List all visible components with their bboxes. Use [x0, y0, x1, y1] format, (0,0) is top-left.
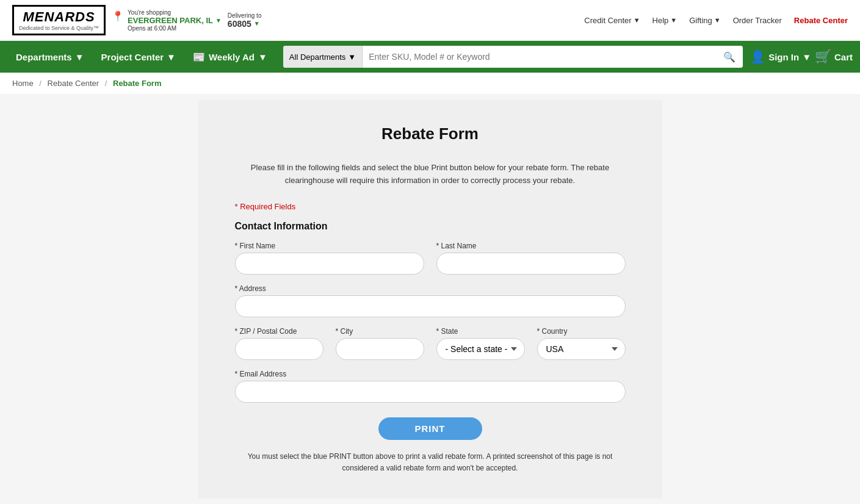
email-label: * Email Address [235, 370, 626, 378]
zip-label: * ZIP / Postal Code [235, 327, 323, 336]
email-row: * Email Address [235, 370, 626, 403]
first-name-field: * First Name [235, 242, 424, 275]
email-input[interactable] [235, 381, 626, 403]
top-bar-left: MENARDS Dedicated to Service & Quality™ … [12, 5, 261, 35]
print-button[interactable]: PRINT [378, 417, 482, 440]
last-name-input[interactable] [436, 253, 626, 275]
logo-name: MENARDS [23, 9, 95, 25]
location-pin-icon: 📍 [112, 10, 124, 22]
state-select[interactable]: - Select a state -AlabamaAlaskaArizonaAr… [436, 338, 525, 360]
store-hours: Opens at 6:00 AM [128, 25, 222, 32]
breadcrumb: Home / Rebate Center / Rebate Form [0, 73, 860, 94]
first-name-input[interactable] [235, 253, 424, 275]
rebate-center-link[interactable]: Rebate Center [794, 16, 848, 25]
location-row: * ZIP / Postal Code * City * State - Sel… [235, 327, 626, 360]
cart-label: Cart [834, 52, 853, 62]
delivery-details: Delivering to 60805 ▼ [228, 12, 262, 29]
project-center-chevron-icon: ▼ [167, 52, 176, 62]
store-chevron-icon: ▼ [215, 17, 222, 24]
store-info[interactable]: 📍 You're shopping EVERGREEN PARK, IL ▼ O… [112, 9, 222, 32]
last-name-field: * Last Name [436, 242, 626, 275]
main-content: Rebate Form Please fill in the following… [0, 94, 860, 504]
last-name-label: * Last Name [436, 242, 626, 250]
address-input[interactable] [235, 295, 626, 317]
weekly-ad-nav-item[interactable]: 📰 Weekly Ad ▼ [184, 41, 276, 73]
city-label: * City [336, 327, 424, 336]
country-field: * Country USA [537, 327, 626, 360]
address-row: * Address [235, 284, 626, 317]
state-field: * State - Select a state -AlabamaAlaskaA… [436, 327, 525, 360]
order-tracker-link[interactable]: Order Tracker [733, 16, 782, 25]
cart-button[interactable]: 🛒 Cart [815, 49, 853, 65]
main-nav-bar: Departments ▼ Project Center ▼ 📰 Weekly … [0, 41, 860, 73]
country-select[interactable]: USA [537, 338, 626, 360]
project-center-label: Project Center [101, 52, 164, 62]
city-field: * City [336, 327, 424, 360]
breadcrumb-sep-2: / [105, 79, 107, 88]
search-input[interactable] [363, 46, 716, 68]
delivery-chevron-icon: ▼ [254, 20, 260, 27]
logo-tagline: Dedicated to Service & Quality™ [19, 25, 99, 31]
top-utility-bar: MENARDS Dedicated to Service & Quality™ … [0, 0, 860, 41]
gifting-link[interactable]: Gifting ▼ [689, 16, 720, 25]
form-description: Please fill in the following fields and … [235, 162, 626, 187]
zip-input[interactable] [235, 338, 323, 360]
city-input[interactable] [336, 338, 424, 360]
credit-center-link[interactable]: Credit Center ▼ [584, 16, 640, 25]
contact-section-title: Contact Information [235, 221, 626, 232]
gifting-chevron-icon: ▼ [714, 16, 721, 24]
cart-icon: 🛒 [815, 49, 831, 65]
help-link[interactable]: Help ▼ [652, 16, 678, 25]
departments-label: Departments [16, 52, 72, 62]
logo[interactable]: MENARDS Dedicated to Service & Quality™ [12, 5, 106, 35]
breadcrumb-rebate-center-link[interactable]: Rebate Center [48, 79, 99, 88]
required-fields-note: * Required Fields [235, 202, 626, 211]
search-bar: All Departments ▼ 🔍 [283, 46, 743, 68]
departments-nav-item[interactable]: Departments ▼ [7, 41, 93, 73]
user-icon: 👤 [750, 49, 765, 64]
breadcrumb-home-link[interactable]: Home [12, 79, 34, 88]
search-button[interactable]: 🔍 [716, 46, 743, 68]
weekly-ad-icon: 📰 [193, 51, 205, 63]
print-note: You must select the blue PRINT button ab… [235, 451, 626, 474]
help-chevron-icon: ▼ [670, 16, 677, 24]
store-name: EVERGREEN PARK, IL [128, 16, 213, 25]
weekly-ad-chevron-icon: ▼ [258, 52, 267, 62]
country-label: * Country [537, 327, 626, 336]
shopping-label: You're shopping [128, 9, 222, 16]
top-bar-right: Credit Center ▼ Help ▼ Gifting ▼ Order T… [584, 16, 848, 25]
breadcrumb-current: Rebate Form [113, 79, 161, 88]
zip-field: * ZIP / Postal Code [235, 327, 323, 360]
rebate-form-container: Rebate Form Please fill in the following… [198, 100, 662, 499]
address-field: * Address [235, 284, 626, 317]
sign-in-chevron-icon: ▼ [802, 52, 811, 62]
sign-in-button[interactable]: 👤 Sign In ▼ [750, 49, 811, 64]
project-center-nav-item[interactable]: Project Center ▼ [93, 41, 184, 73]
email-field: * Email Address [235, 370, 626, 403]
delivery-label: Delivering to [228, 12, 262, 19]
nav-right: 👤 Sign In ▼ 🛒 Cart [750, 49, 853, 65]
first-name-label: * First Name [235, 242, 424, 250]
weekly-ad-label: Weekly Ad [209, 52, 255, 62]
delivery-zip: 60805 [228, 19, 251, 29]
departments-chevron-icon: ▼ [75, 52, 84, 62]
form-title: Rebate Form [235, 124, 626, 143]
delivery-info[interactable]: Delivering to 60805 ▼ [228, 12, 262, 29]
name-row: * First Name * Last Name [235, 242, 626, 275]
all-departments-select[interactable]: All Departments ▼ [283, 46, 363, 68]
state-label: * State [436, 327, 525, 336]
store-details: You're shopping EVERGREEN PARK, IL ▼ Ope… [128, 9, 222, 32]
address-label: * Address [235, 284, 626, 293]
all-departments-chevron-icon: ▼ [348, 52, 356, 62]
all-departments-label: All Departments [289, 52, 345, 62]
breadcrumb-sep-1: / [39, 79, 42, 88]
sign-in-label: Sign In [768, 52, 799, 62]
credit-center-chevron-icon: ▼ [634, 16, 640, 24]
